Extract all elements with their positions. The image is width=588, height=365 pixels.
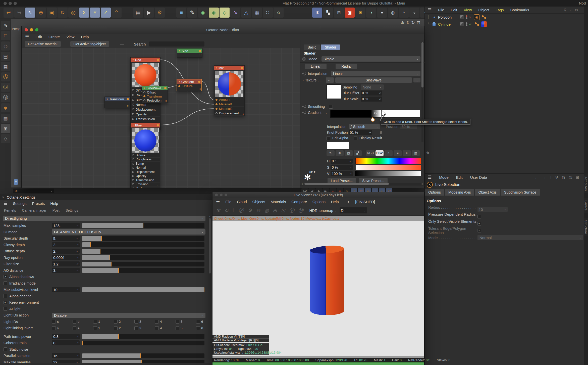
viewer-tool-icon[interactable]: ◍: [264, 207, 269, 213]
timeline-playhead[interactable]: 0: [14, 179, 18, 185]
viewer-tool-icon[interactable]: ⊡: [281, 207, 285, 213]
rotate-icon[interactable]: ↻: [411, 20, 415, 25]
gradient-knot-handle[interactable]: [371, 117, 375, 122]
setting-slider[interactable]: [82, 287, 204, 292]
lock-icon[interactable]: ⋒: [562, 175, 565, 180]
color-swatch[interactable]: [327, 142, 349, 149]
light-id-checkbox[interactable]: [114, 320, 118, 324]
object-row-polygon[interactable]: ├─ ▲ Polygon × ◉: [425, 14, 584, 21]
search-input[interactable]: [149, 41, 204, 47]
texture-link-field[interactable]: SineWave: [335, 77, 412, 83]
menu-item[interactable]: Materials: [271, 200, 286, 204]
collapse-icon[interactable]: ▼: [143, 87, 145, 89]
settings-tab[interactable]: Settings: [63, 207, 81, 213]
light-id-checkbox[interactable]: [196, 320, 200, 324]
tab-shader[interactable]: Shader: [321, 44, 340, 50]
setting-checkbox[interactable]: [4, 301, 7, 304]
collapse-icon[interactable]: ▼: [132, 124, 134, 126]
layer-icon[interactable]: [460, 22, 464, 26]
output-port[interactable]: [241, 67, 243, 69]
gradient-interpolation-dropdown[interactable]: ∫ Smooth⌄: [349, 124, 380, 129]
hue-slider[interactable]: [355, 158, 421, 164]
tag-dot-icon[interactable]: [484, 17, 486, 19]
output-port[interactable]: [157, 59, 159, 61]
port-row[interactable]: Offset: [142, 90, 168, 94]
port-dot-icon[interactable]: [216, 99, 218, 101]
forward-arrow-icon[interactable]: →: [542, 175, 546, 180]
collapse-section-icon[interactable]: ⌄: [203, 364, 205, 365]
visibility-dots-icon[interactable]: [466, 22, 467, 26]
setting-value-field[interactable]: 2.▴▾: [52, 249, 80, 254]
collapse-icon[interactable]: ▼: [178, 81, 180, 83]
light-id-checkbox[interactable]: [93, 320, 97, 324]
toolbar-icon[interactable]: ☀: [355, 8, 365, 18]
new-panel-icon[interactable]: ⊞: [576, 175, 579, 180]
port-dot-icon[interactable]: [132, 183, 134, 185]
setting-value-field[interactable]: 5.▴▾: [52, 236, 80, 241]
hamburger-icon[interactable]: ☰: [4, 201, 7, 206]
resize-grip-icon[interactable]: ∷: [165, 99, 167, 103]
search-icon[interactable]: ⚲: [555, 175, 558, 180]
node-mix[interactable]: ▼Mix AmountMaterial1Material2Displacemen…: [214, 65, 245, 116]
setting-value-field[interactable]: 0▴▾: [52, 340, 80, 345]
menu-item[interactable]: Objects: [252, 200, 265, 204]
zoom-icon[interactable]: ⇕: [406, 20, 409, 25]
expand-arrow-icon[interactable]: ›: [302, 78, 304, 82]
node-graph[interactable]: ▼Side ∷ ▼Red DiffuseRoughnessBumpNormalD…: [22, 48, 300, 188]
tool-icon[interactable]: ◇: [1, 134, 10, 143]
setting-slider[interactable]: [82, 341, 204, 345]
port-row[interactable]: Roughness: [131, 158, 160, 162]
resize-grip-icon[interactable]: ∷: [199, 54, 201, 57]
object-name[interactable]: Cylinder: [438, 22, 460, 26]
setting-dropdown[interactable]: Disable⌄: [52, 313, 205, 318]
anim-dot-icon[interactable]: [302, 105, 306, 108]
menu-item[interactable]: Settings: [13, 201, 26, 206]
attribute-tab[interactable]: Object Axis: [475, 189, 500, 196]
value-slider[interactable]: [355, 171, 421, 176]
light-id-checkbox[interactable]: [176, 320, 179, 324]
menu-item[interactable]: Create: [48, 35, 60, 39]
anim-dot-icon[interactable]: [302, 57, 306, 61]
linear-button[interactable]: Linear: [305, 64, 327, 69]
toolbar-icon[interactable]: ▣: [47, 8, 57, 18]
toolbar-icon[interactable]: ◈: [209, 8, 219, 18]
tool-icon[interactable]: ∗: [1, 103, 10, 112]
setting-checkbox[interactable]: [4, 281, 7, 285]
texture-chevron-dropdown[interactable]: ⌄: [326, 77, 334, 83]
object-row-cylinder[interactable]: └─ Cylinder ✓: [425, 21, 584, 28]
window-minimize-icon[interactable]: [9, 2, 12, 5]
color-wheel-icon[interactable]: ☸: [336, 150, 344, 156]
tag-dot-icon[interactable]: [482, 15, 484, 17]
menu-item[interactable]: User Data: [470, 175, 487, 179]
settings-tab[interactable]: Camera Imager: [19, 207, 49, 213]
visibility-dots-icon[interactable]: [466, 15, 467, 19]
toolbar-icon[interactable]: ◍: [388, 8, 398, 18]
port-dot-icon[interactable]: [132, 94, 134, 96]
port-dot-icon[interactable]: [132, 175, 134, 177]
menu-item[interactable]: View: [66, 35, 74, 39]
port-row[interactable]: Displacement: [131, 170, 160, 174]
target-icon[interactable]: ◎: [569, 175, 572, 180]
port-dot-icon[interactable]: [132, 104, 134, 106]
port-row[interactable]: Opacity: [131, 174, 160, 178]
render-view[interactable]: AMD Radeon VII[T][0] AMD Radeon Pro Vega…: [212, 221, 424, 356]
light-id-checkbox[interactable]: [134, 320, 138, 324]
toolbar-icon[interactable]: [166, 8, 176, 18]
light-link-checkbox[interactable]: [52, 326, 56, 330]
tag-dot-icon[interactable]: [475, 22, 477, 24]
collapse-icon[interactable]: ▼: [179, 50, 181, 52]
window-zoom-icon[interactable]: [14, 2, 17, 5]
menu-item[interactable]: Tags: [496, 8, 504, 12]
dock-tab[interactable]: Structure: [584, 218, 588, 236]
tool-icon[interactable]: ⊞: [1, 124, 10, 133]
menu-item[interactable]: Edit: [456, 175, 463, 179]
hamburger-icon[interactable]: ☰: [216, 199, 220, 204]
kernel-dropdown[interactable]: Directlighting⌄: [3, 216, 205, 221]
texture-browse-button[interactable]: ...: [413, 78, 420, 82]
resize-grip-icon[interactable]: ∷: [242, 112, 244, 116]
back-arrow-icon[interactable]: ←: [535, 175, 539, 180]
port-row[interactable]: Normal: [131, 166, 160, 170]
settings-tab[interactable]: Kernels: [1, 207, 19, 213]
k-mode-button[interactable]: K: [385, 150, 393, 156]
menu-item[interactable]: Options: [312, 200, 326, 204]
